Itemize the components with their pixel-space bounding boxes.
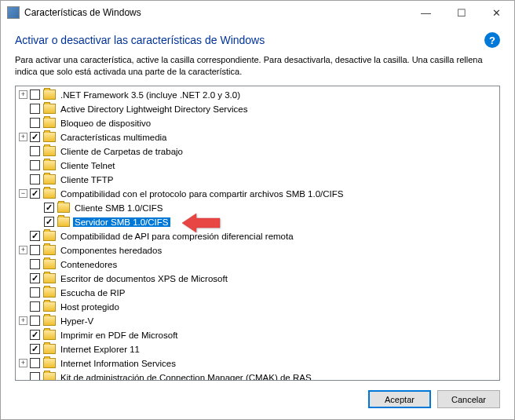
feature-checkbox[interactable] — [30, 301, 40, 312]
feature-label[interactable]: Hyper-V — [59, 316, 95, 326]
feature-label[interactable]: Cliente TFTP — [59, 175, 115, 184]
feature-checkbox[interactable] — [30, 146, 40, 156]
feature-checkbox[interactable] — [30, 160, 40, 170]
toggle-spacer — [19, 288, 27, 297]
tree-row[interactable]: Internet Explorer 11 — [16, 342, 499, 356]
expand-icon[interactable]: + — [19, 316, 27, 325]
feature-label[interactable]: Características multimedia — [59, 133, 168, 142]
cancel-button[interactable]: Cancelar — [437, 390, 500, 408]
folder-icon — [57, 203, 70, 213]
tree-row[interactable]: Servidor SMB 1.0/CIFS — [16, 215, 499, 229]
folder-icon — [43, 104, 56, 114]
folder-icon — [43, 344, 56, 354]
tree-row[interactable]: Cliente de Carpetas de trabajo — [16, 144, 499, 159]
feature-label[interactable]: Escucha de RIP — [59, 288, 126, 298]
toggle-spacer — [19, 373, 27, 381]
minimize-button[interactable]: — — [408, 1, 444, 24]
dialog-footer: Aceptar Cancelar — [1, 381, 514, 419]
tree-row[interactable]: Bloqueo de dispositivo — [16, 116, 499, 130]
folder-icon — [43, 245, 56, 255]
toggle-spacer — [19, 119, 27, 127]
feature-label[interactable]: Cliente Telnet — [59, 161, 116, 170]
feature-checkbox[interactable] — [44, 203, 54, 213]
feature-checkbox[interactable] — [30, 231, 40, 241]
feature-checkbox[interactable] — [30, 174, 40, 184]
folder-icon — [43, 330, 56, 340]
feature-label[interactable]: Compatibilidad con el protocolo para com… — [59, 189, 345, 199]
feature-checkbox[interactable] — [30, 344, 40, 354]
expand-icon[interactable]: + — [19, 359, 27, 367]
feature-label[interactable]: Servidor SMB 1.0/CIFS — [73, 217, 170, 227]
feature-label[interactable]: Cliente de Carpetas de trabajo — [59, 147, 184, 156]
feature-label[interactable]: .NET Framework 3.5 (incluye .NET 2.0 y 3… — [59, 90, 242, 100]
feature-label[interactable]: Bloqueo de dispositivo — [59, 119, 152, 128]
folder-icon — [43, 259, 56, 269]
feature-checkbox[interactable] — [30, 188, 40, 199]
folder-icon — [43, 174, 56, 184]
feature-checkbox[interactable] — [30, 259, 40, 269]
feature-label[interactable]: Escritor de documentos XPS de Microsoft — [59, 274, 229, 283]
toggle-spacer — [19, 232, 27, 240]
feature-label[interactable]: Kit de administración de Connection Mana… — [59, 373, 313, 381]
tree-row[interactable]: Imprimir en PDF de Microsoft — [16, 328, 499, 342]
expand-icon[interactable]: + — [19, 246, 27, 254]
tree-row[interactable]: Compatibilidad de API para compresión di… — [16, 229, 499, 243]
tree-row[interactable]: +Hyper-V — [16, 314, 499, 328]
feature-label[interactable]: Internet Information Services — [59, 359, 177, 368]
tree-row[interactable]: Host protegido — [16, 300, 499, 314]
toggle-spacer — [19, 161, 27, 170]
tree-row[interactable]: +Internet Information Services — [16, 356, 499, 371]
feature-label[interactable]: Active Directory Lightweight Directory S… — [59, 104, 249, 114]
feature-checkbox[interactable] — [30, 104, 40, 114]
feature-checkbox[interactable] — [44, 217, 54, 227]
folder-icon — [43, 301, 56, 312]
feature-checkbox[interactable] — [30, 358, 40, 368]
expand-icon[interactable]: + — [19, 90, 27, 99]
feature-label[interactable]: Host protegido — [59, 302, 121, 312]
tree-row[interactable]: +Componentes heredados — [16, 243, 499, 257]
description-text: Para activar una característica, active … — [1, 54, 514, 86]
feature-label[interactable]: Contenedores — [59, 260, 119, 269]
tree-row[interactable]: +Características multimedia — [16, 130, 499, 144]
help-icon[interactable]: ? — [484, 32, 500, 48]
feature-checkbox[interactable] — [30, 372, 40, 381]
page-title: Activar o desactivar las características… — [15, 34, 484, 46]
feature-checkbox[interactable] — [30, 89, 40, 100]
tree-row[interactable]: Cliente TFTP — [16, 173, 499, 187]
folder-icon — [43, 316, 56, 326]
tree-row[interactable]: Cliente Telnet — [16, 159, 499, 173]
tree-row[interactable]: Escritor de documentos XPS de Microsoft — [16, 272, 499, 286]
feature-label[interactable]: Imprimir en PDF de Microsoft — [59, 331, 180, 340]
folder-icon — [43, 273, 56, 283]
tree-row[interactable]: Cliente SMB 1.0/CIFS — [16, 201, 499, 215]
toggle-spacer — [19, 274, 27, 283]
feature-label[interactable]: Componentes heredados — [59, 246, 163, 255]
collapse-icon[interactable]: − — [19, 189, 27, 198]
feature-checkbox[interactable] — [30, 132, 40, 142]
ok-button[interactable]: Aceptar — [368, 390, 431, 408]
feature-checkbox[interactable] — [30, 245, 40, 255]
close-button[interactable]: ✕ — [479, 1, 514, 24]
tree-row[interactable]: Active Directory Lightweight Directory S… — [16, 102, 499, 116]
tree-row[interactable]: Kit de administración de Connection Mana… — [16, 371, 499, 381]
feature-label[interactable]: Compatibilidad de API para compresión di… — [59, 232, 295, 241]
feature-label[interactable]: Cliente SMB 1.0/CIFS — [73, 203, 164, 213]
feature-checkbox[interactable] — [30, 330, 40, 340]
toggle-spacer — [19, 345, 27, 353]
feature-label[interactable]: Internet Explorer 11 — [59, 345, 141, 354]
feature-tree[interactable]: +.NET Framework 3.5 (incluye .NET 2.0 y … — [15, 86, 500, 381]
titlebar[interactable]: Características de Windows — ☐ ✕ — [1, 1, 514, 24]
feature-checkbox[interactable] — [30, 287, 40, 298]
feature-checkbox[interactable] — [30, 118, 40, 128]
feature-checkbox[interactable] — [30, 273, 40, 283]
expand-icon[interactable]: + — [19, 133, 27, 141]
toggle-spacer — [19, 147, 27, 155]
maximize-button[interactable]: ☐ — [444, 1, 479, 24]
toggle-spacer — [19, 175, 27, 184]
toggle-spacer — [33, 203, 42, 212]
tree-row[interactable]: +.NET Framework 3.5 (incluye .NET 2.0 y … — [16, 88, 499, 102]
tree-row[interactable]: −Compatibilidad con el protocolo para co… — [16, 187, 499, 201]
tree-row[interactable]: Escucha de RIP — [16, 286, 499, 300]
tree-row[interactable]: Contenedores — [16, 257, 499, 272]
feature-checkbox[interactable] — [30, 316, 40, 326]
